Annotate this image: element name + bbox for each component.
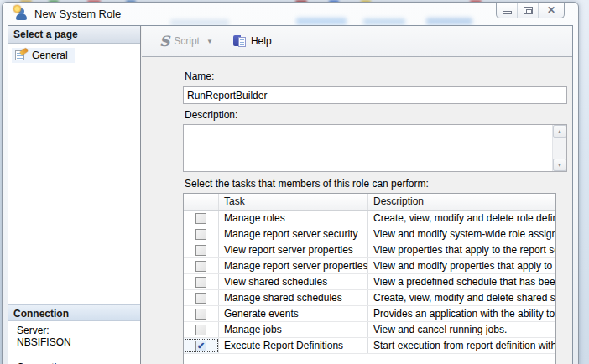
sidebar-item-label: General: [32, 49, 68, 61]
tasks-instruction-label: Select the tasks that members of this ro…: [185, 178, 429, 190]
description-scrollbar[interactable]: ▲ ▼: [552, 125, 566, 171]
checkbox-column-header: [184, 194, 219, 210]
maximize-icon: [524, 7, 533, 14]
task-checkbox-cell[interactable]: [184, 242, 219, 257]
glass-reflection: [296, 18, 347, 25]
script-scroll-icon: S: [159, 35, 169, 47]
task-checkbox[interactable]: [195, 277, 206, 288]
task-name-cell[interactable]: Manage report server security: [219, 226, 368, 242]
task-checkbox-cell[interactable]: [184, 258, 219, 273]
close-icon: ✕: [547, 4, 555, 16]
server-label: Server:: [17, 325, 50, 336]
sidebar-header: Select a page: [8, 26, 140, 44]
task-checkbox-checked[interactable]: ✔: [195, 341, 206, 351]
task-checkbox-cell[interactable]: [184, 306, 219, 321]
task-checkbox[interactable]: [195, 309, 206, 320]
task-description-cell: View and modify system-wide role assignm…: [368, 226, 555, 242]
dialog-client-area: Select a page General Connection Server:…: [8, 25, 573, 364]
task-description-cell: View and modify properties that apply to…: [368, 258, 555, 273]
task-checkbox[interactable]: [195, 261, 206, 272]
table-row: View shared schedulesView a predefined s…: [184, 274, 555, 290]
name-input[interactable]: [183, 86, 567, 104]
description-label: Description:: [185, 109, 237, 121]
task-checkbox-cell[interactable]: [184, 211, 219, 226]
dialog-window: New System Role ✕ Select a page General …: [2, 2, 579, 364]
server-value: NBSIFISON: [17, 336, 71, 348]
task-name-cell[interactable]: Generate events: [219, 306, 368, 321]
tasks-table-header: Task Description: [184, 194, 555, 211]
minimize-icon: [503, 11, 512, 14]
task-name-cell[interactable]: Manage roles: [219, 211, 368, 226]
tasks-table: Task Description Manage rolesCreate, vie…: [183, 193, 556, 364]
system-role-icon: [14, 7, 29, 21]
task-checkbox-cell[interactable]: [184, 322, 219, 337]
task-description-cell: View properties that apply to the report…: [368, 242, 555, 257]
sidebar-item-general[interactable]: General: [12, 48, 75, 63]
task-name-cell[interactable]: View shared schedules: [219, 274, 368, 289]
task-name-cell[interactable]: Manage jobs: [219, 322, 368, 337]
caption-buttons: ✕: [496, 3, 565, 18]
task-name-cell[interactable]: Manage shared schedules: [219, 290, 368, 305]
scroll-up-button[interactable]: ▲: [553, 125, 566, 138]
description-column-header[interactable]: Description: [368, 194, 555, 210]
table-row: Manage shared schedulesCreate, view, mod…: [184, 290, 555, 306]
task-checkbox-cell[interactable]: [184, 226, 219, 242]
minimize-button[interactable]: [497, 3, 518, 18]
script-button-label: Script: [174, 35, 200, 47]
main-panel: S Script ▼ Help Name: Descrip: [142, 26, 572, 364]
table-row: Manage jobsView and cancel running jobs.: [184, 322, 555, 338]
script-dropdown-caret-icon[interactable]: ▼: [206, 38, 213, 45]
maximize-button[interactable]: [518, 3, 539, 18]
description-textarea[interactable]: ▲ ▼: [183, 124, 567, 172]
glass-reflection: [426, 18, 472, 25]
toolbar: S Script ▼ Help: [142, 26, 572, 57]
task-checkbox[interactable]: [195, 229, 206, 240]
scroll-up-icon: ▲: [557, 128, 563, 134]
task-name-cell[interactable]: Execute Report Definitions: [219, 338, 368, 353]
scroll-down-icon: ▼: [557, 162, 563, 168]
task-checkbox-cell[interactable]: [184, 290, 219, 305]
table-row: Generate eventsProvides an application w…: [184, 306, 555, 322]
sidebar: Select a page General Connection Server:…: [8, 26, 141, 364]
name-label: Name:: [185, 70, 214, 82]
table-row: Manage report server securityView and mo…: [184, 226, 555, 242]
task-checkbox[interactable]: [195, 293, 206, 304]
help-icon: [233, 34, 247, 48]
general-page-icon: [14, 49, 28, 61]
table-row: Manage rolesCreate, view, modify and del…: [184, 211, 555, 226]
task-checkbox-cell[interactable]: [184, 274, 219, 289]
task-description-cell: View a predefined schedule that has been…: [368, 274, 555, 289]
task-description-cell: Start execution from report definition w…: [368, 338, 555, 353]
window-title: New System Role: [34, 8, 121, 20]
task-checkbox[interactable]: [195, 325, 206, 335]
titlebar[interactable]: New System Role ✕: [3, 3, 578, 25]
scroll-down-button[interactable]: ▼: [553, 159, 566, 171]
script-button[interactable]: S Script ▼: [155, 33, 217, 49]
general-page-content: Name: Description: ▲ ▼ Select the tasks …: [142, 57, 572, 364]
table-row: ✔Execute Report DefinitionsStart executi…: [184, 338, 555, 354]
task-description-cell: View and cancel running jobs.: [368, 322, 555, 337]
task-description-cell: Create, view, modify and delete shared s…: [368, 290, 555, 305]
task-checkbox[interactable]: [195, 245, 206, 256]
task-name-cell[interactable]: Manage report server properties: [219, 258, 368, 273]
task-column-header[interactable]: Task: [219, 194, 368, 210]
help-button[interactable]: Help: [221, 32, 276, 50]
table-row: View report server propertiesView proper…: [184, 242, 555, 258]
connection-header: Connection: [8, 304, 140, 321]
task-checkbox-cell[interactable]: ✔: [184, 338, 219, 353]
task-checkbox[interactable]: [195, 213, 206, 224]
table-row: Manage report server propertiesView and …: [184, 258, 555, 274]
close-button[interactable]: ✕: [539, 3, 564, 18]
task-name-cell[interactable]: View report server properties: [219, 242, 368, 257]
task-rows: Manage rolesCreate, view, modify and del…: [184, 211, 555, 354]
help-button-label: Help: [251, 35, 272, 47]
glass-reflection: [170, 19, 229, 25]
task-description-cell: Create, view, modify and delete role def…: [368, 211, 555, 226]
glass-reflection: [363, 18, 405, 25]
task-description-cell: Provides an application with the ability…: [368, 306, 555, 321]
